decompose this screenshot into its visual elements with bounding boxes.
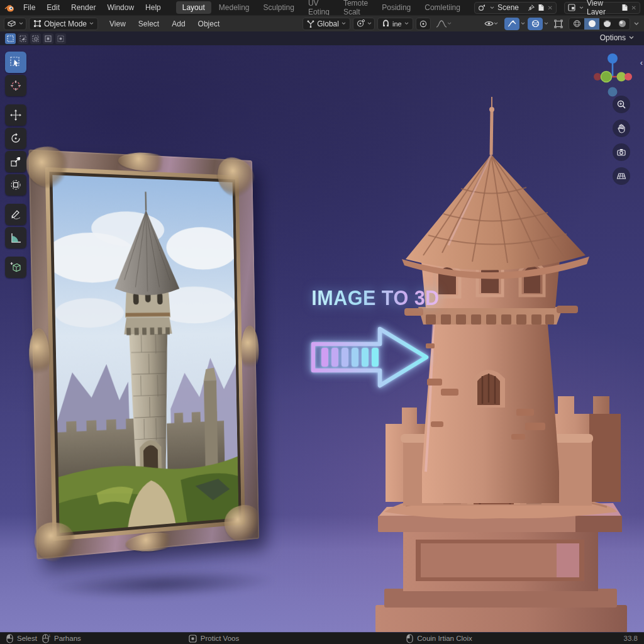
tool-settings-bar: Options <box>0 31 644 45</box>
xray-toggle[interactable] <box>528 18 543 30</box>
solid-shading-icon <box>588 19 596 28</box>
transform-orientation-selector[interactable]: Global <box>303 18 350 30</box>
tab-posing[interactable]: Posiding <box>375 1 417 14</box>
show-overlays-toggle[interactable] <box>504 18 519 30</box>
shading-material-button[interactable] <box>599 18 614 30</box>
chevron-down-icon[interactable] <box>521 22 525 25</box>
tool-select-box[interactable] <box>5 52 26 73</box>
select-mode-intersect-button[interactable] <box>55 33 66 44</box>
tool-add-cube[interactable] <box>5 257 26 278</box>
gizmo-y-axis[interactable] <box>601 72 612 82</box>
menu-window[interactable]: Window <box>102 1 139 14</box>
select-mode-extend-button[interactable] <box>18 33 28 44</box>
shading-wireframe-button[interactable] <box>569 18 584 30</box>
tab-modeling[interactable]: Medeling <box>213 1 256 14</box>
options-button[interactable]: Options <box>596 32 638 43</box>
menu-render[interactable]: Render <box>66 1 101 14</box>
framed-painting[interactable] <box>28 150 259 560</box>
shading-rendered-button[interactable] <box>614 18 630 30</box>
chevron-down-icon[interactable] <box>634 22 639 26</box>
pin-icon[interactable] <box>528 4 535 11</box>
select-mode-new-button[interactable] <box>5 33 16 44</box>
camera-icon <box>616 147 626 157</box>
tool-cursor[interactable] <box>5 75 26 96</box>
proportional-edit-icon <box>419 20 427 28</box>
menu-select[interactable]: Select <box>133 18 164 30</box>
scene-selector[interactable]: Scene ✕ <box>474 2 557 14</box>
viewport-nav-buttons <box>613 96 630 185</box>
new-view-layer-icon[interactable] <box>621 4 628 11</box>
show-gizmo-dropdown[interactable] <box>480 18 502 30</box>
gizmo-x-neg-axis[interactable] <box>594 73 601 80</box>
viewport-overlay-icon <box>554 19 563 28</box>
unlink-scene-icon[interactable]: ✕ <box>548 4 553 11</box>
overlay-settings-button[interactable] <box>551 18 566 30</box>
menu-edit[interactable]: Edit <box>42 1 65 14</box>
select-subtract-icon <box>32 35 39 42</box>
menu-view[interactable]: View <box>104 18 131 30</box>
menu-add[interactable]: Add <box>167 18 190 30</box>
blender-window: File Edit Render Window Help Layout Mede… <box>0 0 644 644</box>
tool-annotate[interactable] <box>5 204 26 225</box>
move-icon <box>9 109 22 121</box>
camera-view-button[interactable] <box>613 143 630 161</box>
falloff-curve-icon <box>436 20 447 28</box>
material-preview-icon <box>603 19 611 28</box>
zoom-view-button[interactable] <box>613 96 630 113</box>
view-layer-icon <box>568 4 576 11</box>
view-layer-selector[interactable]: View Layer ✕ <box>564 2 640 14</box>
navigation-gizmo[interactable] <box>592 52 633 99</box>
select-extend-icon <box>19 35 26 42</box>
tab-compositing[interactable]: Comletiing <box>418 1 467 14</box>
select-mode-subtract-button[interactable] <box>30 33 41 44</box>
3d-viewport[interactable]: ‹ <box>0 45 644 632</box>
mode-selector[interactable]: Object Mode <box>29 18 98 30</box>
tool-transform[interactable] <box>5 174 26 196</box>
cursor-icon <box>9 79 22 92</box>
chevron-down-icon <box>579 6 584 9</box>
view-layer-name: View Layer <box>587 0 618 16</box>
tool-measure[interactable] <box>5 227 26 248</box>
image-to-3d-caption: IMAGE TO 3D <box>305 286 447 310</box>
snapping-selector[interactable]: ine <box>377 18 413 30</box>
gizmo-x-axis[interactable] <box>625 73 632 80</box>
add-cube-icon <box>9 261 22 274</box>
editor-type-icon <box>7 19 16 28</box>
select-intersect-icon <box>57 35 64 42</box>
shading-mode-group <box>569 18 630 30</box>
new-scene-icon[interactable] <box>538 4 545 11</box>
menu-file[interactable]: File <box>18 1 40 14</box>
tab-layout[interactable]: Layout <box>176 1 211 14</box>
chevron-down-icon <box>494 22 498 25</box>
shading-solid-button[interactable] <box>584 18 599 30</box>
wireframe-icon <box>573 19 581 28</box>
gizmo-z-axis[interactable] <box>608 53 618 64</box>
menu-help[interactable]: Help <box>140 1 166 14</box>
pivot-icon <box>356 19 365 28</box>
mouse-middle-icon <box>406 634 413 643</box>
status-select-hint: Selest <box>6 634 37 643</box>
mouse-right-icon: 1 <box>42 634 50 643</box>
chevron-down-icon[interactable] <box>544 22 548 25</box>
menu-object[interactable]: Object <box>193 18 225 30</box>
pivot-point-selector[interactable] <box>353 18 375 30</box>
tool-move[interactable] <box>5 104 26 126</box>
proportional-editing-toggle[interactable] <box>416 18 431 30</box>
toggle-projection-button[interactable] <box>613 167 630 185</box>
tool-rotate[interactable] <box>5 128 26 149</box>
tool-scale[interactable] <box>5 151 26 172</box>
chevron-down-icon <box>629 36 634 40</box>
tower-painting-canvas <box>52 175 238 533</box>
hand-icon <box>616 123 626 133</box>
select-mode-invert-button[interactable] <box>43 33 53 44</box>
xray-sphere-icon <box>531 19 540 28</box>
remove-view-layer-icon[interactable]: ✕ <box>631 4 636 11</box>
pan-view-button[interactable] <box>613 119 630 137</box>
blender-logo-icon[interactable] <box>4 3 14 13</box>
select-box-icon <box>9 56 22 69</box>
orientation-icon <box>307 19 314 28</box>
sidebar-collapse-icon[interactable]: ‹ <box>640 58 643 67</box>
falloff-selector[interactable] <box>433 18 455 30</box>
editor-type-button[interactable] <box>4 18 26 30</box>
tab-sculpting[interactable]: Sculpting <box>257 1 301 14</box>
